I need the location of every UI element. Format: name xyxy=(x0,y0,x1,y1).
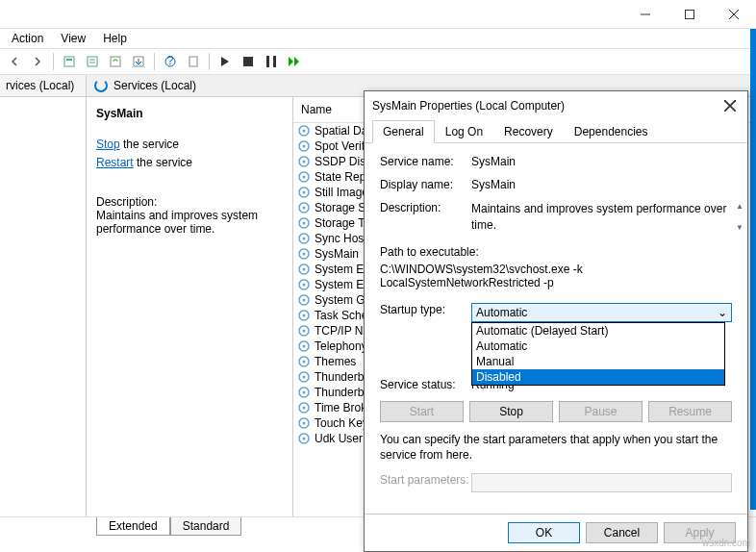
service-status-label: Service status: xyxy=(380,378,471,391)
dialog-close-button[interactable] xyxy=(720,96,740,115)
svg-rect-13 xyxy=(189,57,197,66)
svg-rect-5 xyxy=(66,59,72,61)
service-name-label: Service name: xyxy=(380,155,471,168)
dropdown-option[interactable]: Automatic (Delayed Start) xyxy=(472,323,724,339)
tree-item-services[interactable]: rvices (Local) xyxy=(0,75,86,97)
stop-icon[interactable] xyxy=(238,51,259,72)
tab-logon[interactable]: Log On xyxy=(435,120,493,143)
svg-point-20 xyxy=(303,145,306,148)
tab-recovery[interactable]: Recovery xyxy=(493,120,564,143)
svg-rect-6 xyxy=(88,57,97,66)
export-icon[interactable] xyxy=(128,51,149,72)
scroll-arrows[interactable]: ▲▼ xyxy=(736,201,743,234)
forward-icon[interactable] xyxy=(27,51,48,72)
svg-text:?: ? xyxy=(167,55,174,67)
window-titlebar xyxy=(0,0,756,29)
dropdown-option[interactable]: Disabled xyxy=(472,369,724,385)
start-params-input xyxy=(471,473,732,492)
properties-dialog: SysMain Properties (Local Computer) Gene… xyxy=(364,90,748,552)
svg-rect-9 xyxy=(111,57,120,66)
minimize-button[interactable] xyxy=(623,0,668,29)
close-button[interactable] xyxy=(712,0,756,29)
stop-button[interactable]: Stop xyxy=(469,401,553,422)
svg-rect-16 xyxy=(273,56,276,67)
svg-point-56 xyxy=(303,422,306,425)
svg-rect-15 xyxy=(266,56,269,67)
menu-action[interactable]: Action xyxy=(4,30,51,47)
svg-point-58 xyxy=(303,438,306,440)
refresh-spinner-icon xyxy=(94,79,108,92)
desc-text: Maintains and improves system performanc… xyxy=(96,209,283,236)
svg-rect-14 xyxy=(243,57,253,66)
toolbar: ? xyxy=(0,48,756,75)
service-name-value: SysMain xyxy=(471,155,732,168)
start-icon[interactable] xyxy=(214,51,236,72)
startup-type-label: Startup type: xyxy=(380,303,471,316)
svg-point-34 xyxy=(303,253,306,256)
watermark: wsxdn.com xyxy=(702,538,750,548)
svg-point-50 xyxy=(303,376,306,379)
tab-standard[interactable]: Standard xyxy=(170,517,242,536)
window-edge xyxy=(750,29,756,510)
service-title: SysMain xyxy=(96,107,283,120)
svg-rect-1 xyxy=(686,10,694,18)
pause-button[interactable]: Pause xyxy=(559,401,643,422)
params-hint: You can specify the start parameters tha… xyxy=(380,432,732,464)
description-label: Description: xyxy=(380,201,471,214)
back-icon[interactable] xyxy=(4,51,25,72)
svg-point-32 xyxy=(303,238,306,240)
svg-point-18 xyxy=(303,130,306,133)
svg-point-30 xyxy=(303,222,306,225)
dropdown-option[interactable]: Automatic xyxy=(472,339,724,354)
svg-point-26 xyxy=(303,191,306,194)
svg-point-22 xyxy=(303,161,306,163)
menubar: Action View Help xyxy=(0,29,756,48)
pause-icon[interactable] xyxy=(261,51,282,72)
startup-type-select[interactable]: Automatic ⌄ xyxy=(471,303,732,322)
svg-point-24 xyxy=(303,176,306,179)
svg-point-46 xyxy=(303,345,306,348)
menu-view[interactable]: View xyxy=(53,30,93,47)
svg-point-44 xyxy=(303,330,306,333)
svg-point-40 xyxy=(303,299,306,302)
description-value: Maintains and improves system performanc… xyxy=(471,202,726,232)
desc-label: Description: xyxy=(96,195,283,209)
svg-point-42 xyxy=(303,314,306,317)
start-button[interactable]: Start xyxy=(380,401,464,422)
cancel-button[interactable]: Cancel xyxy=(586,522,658,543)
svg-point-54 xyxy=(303,407,306,410)
tab-extended[interactable]: Extended xyxy=(96,517,170,536)
display-name-value: SysMain xyxy=(471,178,732,191)
svg-point-38 xyxy=(303,284,306,287)
svg-rect-4 xyxy=(64,57,74,66)
start-params-label: Start parameters: xyxy=(380,473,471,487)
dialog-title: SysMain Properties (Local Computer) xyxy=(372,99,565,113)
action-icon[interactable] xyxy=(183,51,204,72)
path-value: C:\WINDOWS\system32\svchost.exe -k Local… xyxy=(380,263,732,289)
chevron-down-icon: ⌄ xyxy=(718,306,727,319)
maximize-button[interactable] xyxy=(668,0,712,29)
ok-button[interactable]: OK xyxy=(508,522,580,543)
dropdown-option[interactable]: Manual xyxy=(472,354,724,369)
display-name-label: Display name: xyxy=(380,178,471,191)
properties-icon[interactable] xyxy=(59,51,80,72)
svg-point-36 xyxy=(303,268,306,271)
tab-dependencies[interactable]: Dependencies xyxy=(564,120,659,143)
detail-pane: SysMain Stop the service Restart the ser… xyxy=(87,97,293,516)
startup-type-dropdown[interactable]: Automatic (Delayed Start)AutomaticManual… xyxy=(471,322,725,386)
svg-point-52 xyxy=(303,391,306,394)
stop-link[interactable]: Stop xyxy=(96,138,120,151)
help-icon[interactable]: ? xyxy=(160,51,181,72)
resume-button[interactable]: Resume xyxy=(648,401,732,422)
tab-general[interactable]: General xyxy=(372,120,435,143)
content-title: Services (Local) xyxy=(113,79,196,92)
refresh-icon[interactable] xyxy=(105,51,126,72)
restart-link[interactable]: Restart xyxy=(96,156,134,169)
path-label: Path to executable: xyxy=(380,245,732,259)
svg-point-48 xyxy=(303,361,306,364)
svg-point-28 xyxy=(303,207,306,210)
tree-pane: rvices (Local) xyxy=(0,75,87,516)
view-icon[interactable] xyxy=(82,51,103,72)
menu-help[interactable]: Help xyxy=(95,30,135,47)
restart-icon[interactable] xyxy=(284,51,305,72)
